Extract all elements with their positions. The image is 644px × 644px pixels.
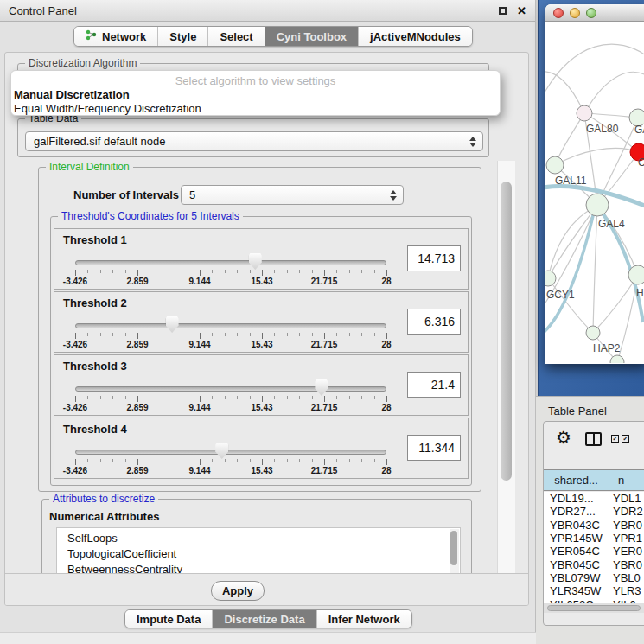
- slider-major-tick: [262, 333, 263, 339]
- slider-minor-tick: [112, 270, 113, 273]
- slider-minor-tick: [361, 396, 362, 399]
- network-graph: GAL80GACGAL11GAL4GCY1HHAP2: [545, 22, 644, 363]
- table-row[interactable]: YDR27...YDR2: [544, 505, 644, 518]
- slider-handle[interactable]: [166, 316, 179, 333]
- slider-minor-tick: [100, 396, 101, 399]
- checked-checkbox-icon[interactable]: ✓: [622, 435, 629, 443]
- tab-impute-data[interactable]: Impute Data: [125, 610, 212, 628]
- threshold-slider[interactable]: -3.4262.8599.14415.4321.71528: [75, 292, 386, 354]
- table-data-select[interactable]: galFiltered.sif default node: [25, 131, 483, 151]
- slider-minor-tick: [125, 333, 126, 336]
- slider-track[interactable]: [75, 323, 386, 328]
- slider-handle[interactable]: [215, 443, 228, 459]
- slider-major-tick: [386, 270, 387, 276]
- float-window-icon[interactable]: [499, 7, 507, 15]
- slider-tick-label: 28: [381, 340, 391, 349]
- close-traffic-light-icon[interactable]: [553, 8, 564, 18]
- slider-minor-tick: [175, 270, 175, 273]
- control-panel-titlebar: Control Panel ✕: [0, 0, 535, 22]
- table-row[interactable]: YBR043CYBR0: [544, 519, 644, 532]
- network-edge: [593, 205, 597, 333]
- settings-scrollbar[interactable]: [497, 161, 515, 573]
- checkbox-toolbar: ✓ ✓: [611, 435, 629, 443]
- slider-track[interactable]: [75, 260, 386, 265]
- scrollbar-thumb[interactable]: [450, 531, 457, 565]
- table-row[interactable]: YBL079WYBL0: [544, 571, 644, 584]
- threshold-slider[interactable]: -3.4262.8599.14415.4321.71528: [75, 418, 386, 480]
- tab-label: jActiveMNodules: [370, 30, 461, 43]
- network-node[interactable]: [586, 326, 600, 340]
- node-label-gal11: GAL11: [555, 175, 587, 187]
- tab-jactivemnodules[interactable]: jActiveMNodules: [358, 27, 472, 46]
- slider-tick-label: 2.859: [126, 277, 148, 286]
- table-row[interactable]: YLR345WYLR3: [544, 584, 644, 597]
- threshold-value-field[interactable]: 6.316: [407, 309, 461, 335]
- algorithm-option-equal-width-frequency-discretization[interactable]: Equal Width/Frequency Discretization: [11, 101, 500, 115]
- slider-track[interactable]: [75, 386, 386, 392]
- threshold-slider[interactable]: -3.4262.8599.14415.4321.71528: [75, 229, 386, 290]
- table-row[interactable]: YPR145WYPR1: [544, 532, 644, 545]
- tab-cyni-toolbox[interactable]: Cyni Toolbox: [265, 27, 358, 46]
- network-canvas[interactable]: GAL80GACGAL11GAL4GCY1HHAP2: [545, 22, 644, 363]
- tab-label: Discretize Data: [224, 613, 304, 626]
- gear-icon[interactable]: ⚙: [556, 429, 571, 446]
- table-panel-card: ⚙ ✓ ✓ shared... n YDL19...YDL1YDR27...YD…: [543, 421, 644, 626]
- table-row[interactable]: YER054CYER0: [544, 545, 644, 558]
- threshold-value-field[interactable]: 11.344: [407, 435, 461, 461]
- control-panel-tab-bar: NetworkStyleSelectCyni ToolboxjActiveMNo…: [73, 26, 473, 47]
- zoom-traffic-light-icon[interactable]: [586, 8, 596, 18]
- columns-icon[interactable]: [585, 432, 602, 446]
- table-row[interactable]: YDL19...YDL1: [544, 492, 644, 505]
- node-label-ga: GA: [634, 124, 644, 136]
- scrollbar-thumb[interactable]: [501, 182, 512, 481]
- slider-track[interactable]: [75, 450, 386, 455]
- tab-style[interactable]: Style: [157, 27, 207, 46]
- network-node[interactable]: [577, 105, 592, 121]
- tab-label: Network: [102, 30, 146, 43]
- slider-major-tick: [262, 270, 263, 276]
- slider-major-tick: [262, 459, 263, 465]
- column-header-shared-name[interactable]: shared...: [544, 470, 609, 490]
- slider-minor-tick: [250, 459, 251, 462]
- column-header-name[interactable]: n: [609, 470, 644, 490]
- network-node[interactable]: [546, 156, 564, 174]
- tab-select[interactable]: Select: [207, 27, 264, 46]
- cell-shared-name: YPR145W: [544, 532, 609, 545]
- cell-shared-name: YBR045C: [544, 558, 609, 571]
- slider-minor-tick: [125, 270, 126, 273]
- slider-minor-tick: [188, 333, 188, 336]
- num-intervals-value: 5: [189, 188, 195, 201]
- slider-handle[interactable]: [315, 379, 328, 396]
- table-horizontal-scrollbar[interactable]: [544, 603, 644, 613]
- apply-button[interactable]: Apply: [211, 581, 265, 601]
- tab-discretize-data[interactable]: Discretize Data: [212, 610, 316, 628]
- attribute-item-selfloops[interactable]: SelfLoops: [57, 531, 460, 546]
- slider-tick-label: 21.715: [311, 466, 338, 475]
- thresholds-legend: Threshold's Coordinates for 5 Intervals: [58, 210, 243, 222]
- slider-minor-tick: [225, 459, 226, 462]
- network-edge: [548, 205, 597, 278]
- checked-checkbox-icon[interactable]: ✓: [611, 435, 619, 443]
- slider-major-tick: [137, 396, 138, 402]
- network-node[interactable]: [586, 194, 609, 216]
- threshold-slider[interactable]: -3.4262.8599.14415.4321.71528: [75, 355, 386, 417]
- num-intervals-select[interactable]: 5: [181, 185, 404, 205]
- algorithm-option-manual-discretization[interactable]: Manual Discretization: [11, 87, 500, 101]
- threshold-row-threshold-1: Threshold 1-3.4262.8599.14415.4321.71528…: [54, 228, 469, 290]
- attribute-item-topologicalcoefficient[interactable]: TopologicalCoefficient: [57, 546, 460, 562]
- tab-infer-network[interactable]: Infer Network: [316, 610, 411, 628]
- threshold-value-field[interactable]: 21.4: [407, 372, 461, 398]
- network-window-titlebar[interactable]: [545, 4, 644, 22]
- minimize-traffic-light-icon[interactable]: [570, 8, 580, 18]
- threshold-value-field[interactable]: 14.713: [407, 245, 461, 271]
- slider-minor-tick: [312, 459, 313, 462]
- network-node[interactable]: [628, 265, 644, 284]
- tab-label: Impute Data: [137, 613, 201, 626]
- scrollbar-thumb[interactable]: [547, 605, 641, 611]
- slider-handle[interactable]: [249, 253, 262, 270]
- tab-network[interactable]: Network: [74, 27, 157, 46]
- table-row[interactable]: YBR045CYBR0: [544, 558, 644, 571]
- cell-shared-name: YBL079W: [544, 571, 609, 584]
- close-icon[interactable]: ✕: [517, 4, 526, 17]
- network-node[interactable]: [545, 271, 556, 286]
